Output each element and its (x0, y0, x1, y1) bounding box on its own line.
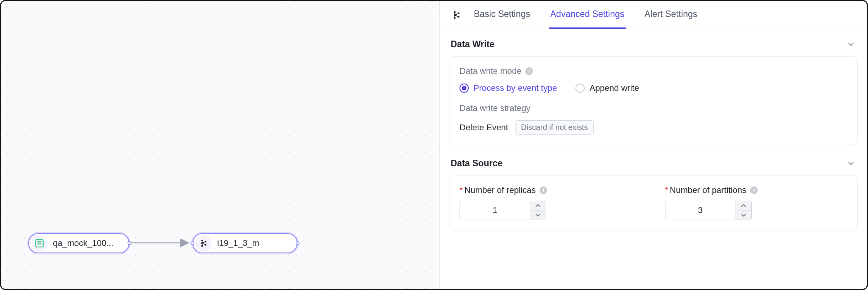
input-value[interactable]: 1 (460, 201, 530, 220)
chevron-down-icon (847, 159, 855, 168)
stepper-up[interactable] (530, 201, 546, 211)
node-source[interactable]: qa_mock_100... (28, 233, 129, 253)
node-target-input-port[interactable] (191, 241, 194, 245)
radio-process-by-event-type[interactable]: Process by event type (460, 83, 557, 93)
radio-label: Append write (589, 83, 639, 93)
source-db-icon (31, 235, 48, 251)
tab-basic-settings[interactable]: Basic Settings (472, 1, 532, 29)
label-number-of-partitions: *Number of partitions i (665, 185, 848, 195)
section-toggle-data-source[interactable]: Data Source (449, 156, 858, 176)
label-data-write-mode: Data write mode i (460, 66, 847, 76)
strategy-tag[interactable]: Discard if not exists (515, 120, 594, 135)
kafka-icon (196, 235, 212, 251)
radio-label: Process by event type (473, 83, 557, 93)
info-icon[interactable]: i (540, 186, 547, 194)
chevron-down-icon (847, 40, 855, 49)
section-title-data-source: Data Source (451, 158, 502, 169)
node-target-label: i19_1_3_m (217, 238, 266, 248)
card-data-write: Data write mode i Process by event type … (449, 56, 858, 145)
section-toggle-data-write[interactable]: Data Write (449, 37, 858, 56)
node-source-label: qa_mock_100... (53, 238, 121, 248)
input-number-of-replicas[interactable]: 1 (460, 201, 546, 220)
settings-tabs: Basic Settings Advanced Settings Alert S… (440, 1, 867, 29)
node-target-output-port[interactable] (296, 241, 300, 245)
tab-advanced-settings[interactable]: Advanced Settings (549, 1, 626, 29)
label-data-write-strategy: Data write strategy (460, 103, 847, 113)
card-data-source: *Number of replicas i 1 (449, 176, 858, 230)
kafka-icon (451, 9, 462, 21)
node-target[interactable]: i19_1_3_m (192, 233, 298, 253)
strategy-name: Delete Event (460, 123, 508, 133)
info-icon[interactable]: i (750, 186, 758, 194)
radio-dot-icon (460, 84, 469, 93)
flow-canvas[interactable]: qa_mock_100... i19_1_3_m (1, 1, 440, 289)
svg-rect-2 (37, 241, 42, 242)
section-title-data-write: Data Write (451, 39, 494, 49)
input-value[interactable]: 3 (665, 201, 736, 220)
edge-source-to-target (129, 239, 192, 247)
stepper-down[interactable] (530, 211, 546, 220)
settings-panel: Basic Settings Advanced Settings Alert S… (440, 1, 867, 289)
node-source-output-port[interactable] (128, 241, 131, 245)
info-icon[interactable]: i (525, 67, 533, 75)
svg-rect-3 (37, 243, 42, 244)
radio-append-write[interactable]: Append write (575, 83, 639, 93)
input-number-of-partitions[interactable]: 3 (665, 201, 752, 220)
tab-alert-settings[interactable]: Alert Settings (643, 1, 699, 29)
stepper-up[interactable] (736, 201, 751, 211)
label-number-of-replicas: *Number of replicas i (460, 185, 642, 195)
stepper-down[interactable] (736, 211, 751, 220)
radio-dot-icon (575, 84, 585, 93)
